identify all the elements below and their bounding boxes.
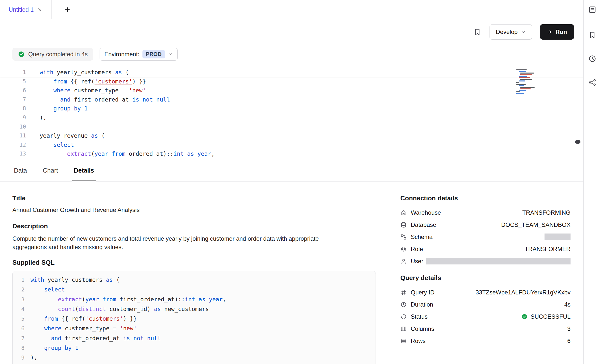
code-line: 10 <box>0 122 583 131</box>
detail-label: Duration <box>411 301 433 308</box>
detail-row: RoleTRANSFORMER <box>400 243 571 255</box>
detail-row: WarehouseTRANSFORMING <box>400 207 571 219</box>
tab-bar: Untitled 1 <box>0 0 583 19</box>
code-line: 4 count(distinct customer_id) as new_cus… <box>13 304 376 314</box>
right-rail <box>583 0 601 364</box>
detail-row: Schema <box>400 231 571 243</box>
code-line: 2 select <box>13 285 376 294</box>
warehouse-icon <box>400 209 407 216</box>
toolbar: Develop Run <box>0 19 583 45</box>
app-window: Untitled 1 Develop Run <box>0 0 601 364</box>
rail-top-section <box>584 0 601 19</box>
query-details-heading: Query details <box>400 274 571 282</box>
tab-data[interactable]: Data <box>12 160 28 181</box>
detail-label: Role <box>411 246 423 253</box>
detail-value: TRANSFORMER <box>525 246 571 253</box>
develop-button[interactable]: Develop <box>490 24 532 40</box>
run-button[interactable]: Run <box>540 24 574 40</box>
check-circle-icon <box>521 313 528 320</box>
environment-selector[interactable]: Environment: PROD <box>100 48 178 61</box>
code-line: 6 where customer_type = 'new' <box>13 324 376 333</box>
detail-value: 6 <box>567 338 571 344</box>
chevron-down-icon <box>520 29 526 35</box>
detail-value: SUCCESSFUL <box>531 313 571 320</box>
detail-row: Query ID33TZseWpe1ALFDUYerxR1gVKxbv <box>400 286 571 298</box>
line-number: 6 <box>13 324 25 333</box>
tab-details[interactable]: Details <box>72 160 96 181</box>
minimap <box>516 69 547 95</box>
code-line: 7 and first_ordered_at is not null <box>13 334 376 343</box>
code-line: 10 <box>13 363 376 364</box>
detail-row: Columns3 <box>400 323 571 335</box>
detail-label: Columns <box>411 325 434 332</box>
line-number: 12 <box>0 140 26 150</box>
main-area: Untitled 1 Develop Run <box>0 0 583 364</box>
detail-label: Database <box>411 221 436 228</box>
code-line: 11yearly_revenue as ( <box>0 131 583 140</box>
environment-label: Environment: <box>104 51 139 58</box>
code-line: 1with yearly_customers as ( <box>0 68 583 77</box>
redacted-value <box>545 234 571 240</box>
sql-editor[interactable]: 1with yearly_customers as (5 from {{ ref… <box>0 64 583 160</box>
title-value: Annual Customer Growth and Revenue Analy… <box>12 207 376 213</box>
line-number: 5 <box>0 77 26 86</box>
code-line: 6 where customer_type = 'new' <box>0 86 583 95</box>
title-heading: Title <box>12 194 376 202</box>
code-line: 5 from {{ ref('customers') }} <box>0 77 583 86</box>
code-line: 5 from {{ ref('customers') }} <box>13 314 376 324</box>
close-icon[interactable] <box>37 7 43 12</box>
detail-label: Query ID <box>411 289 435 296</box>
detail-label: User <box>411 258 423 265</box>
line-number: 13 <box>0 149 26 158</box>
query-details-rows: Query ID33TZseWpe1ALFDUYerxR1gVKxbvDurat… <box>400 286 571 347</box>
tab-untitled-1[interactable]: Untitled 1 <box>0 0 52 19</box>
description-heading: Description <box>12 222 376 230</box>
bookmark-icon[interactable] <box>473 28 482 36</box>
line-number: 1 <box>13 275 25 285</box>
description-value: Compute the number of new customers and … <box>12 234 327 251</box>
scrollbar-thumb[interactable] <box>575 140 580 144</box>
code-line: 13 extract(year from ordered_at)::int as… <box>0 149 583 158</box>
line-number: 7 <box>13 334 25 343</box>
develop-label: Develop <box>496 28 518 35</box>
detail-row: Rows6 <box>400 335 571 347</box>
check-circle-icon <box>18 51 25 58</box>
detail-label: Schema <box>411 234 433 240</box>
line-number: 7 <box>0 95 26 104</box>
line-number: 10 <box>0 122 26 131</box>
line-number: 9 <box>0 113 26 122</box>
chevron-down-icon <box>168 52 173 57</box>
bookmarks-icon[interactable] <box>588 31 597 39</box>
details-panel: Title Annual Customer Growth and Revenue… <box>0 182 583 364</box>
new-tab-button[interactable] <box>64 6 71 13</box>
plus-icon <box>64 6 71 13</box>
code-line: 8 group by 1 <box>13 343 376 353</box>
detail-value: 4s <box>564 301 571 308</box>
line-number: 1 <box>0 68 26 77</box>
tab-chart[interactable]: Chart <box>41 160 59 181</box>
code-line: 8 group by 1 <box>0 104 583 113</box>
query-editor-icon[interactable] <box>588 5 597 14</box>
history-icon[interactable] <box>588 54 597 63</box>
schema-icon <box>400 234 407 240</box>
database-icon <box>400 222 407 228</box>
details-left-column: Title Annual Customer Growth and Revenue… <box>12 194 376 364</box>
line-number: 8 <box>0 104 26 113</box>
line-number: 9 <box>13 353 25 363</box>
detail-label: Status <box>411 313 428 320</box>
connection-details-heading: Connection details <box>400 194 571 202</box>
detail-value: 33TZseWpe1ALFDUYerxR1gVKxbv <box>476 289 571 296</box>
line-number: 10 <box>13 363 25 364</box>
line-number: 4 <box>13 304 25 314</box>
line-number: 2 <box>13 285 25 294</box>
user-icon <box>400 258 407 264</box>
line-number: 8 <box>13 343 25 353</box>
detail-row: StatusSUCCESSFUL <box>400 311 571 323</box>
play-icon <box>547 29 552 35</box>
query-id-icon <box>400 289 407 296</box>
supplied-sql-code: 1with yearly_customers as (2 select3 ext… <box>13 275 376 364</box>
line-number: 3 <box>13 295 25 304</box>
detail-label: Warehouse <box>411 209 441 216</box>
query-status-pill: Query completed in 4s <box>12 48 93 61</box>
lineage-icon[interactable] <box>588 78 597 87</box>
